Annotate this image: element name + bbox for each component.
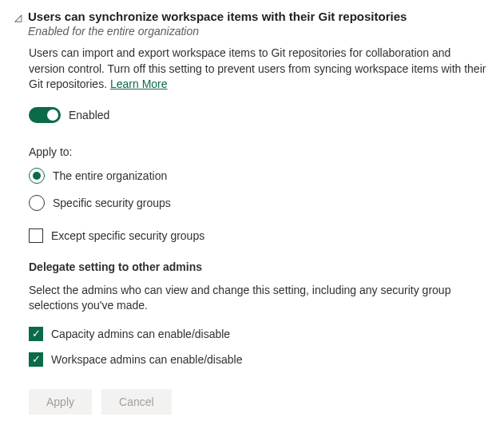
capacity-admins-checkbox-row[interactable]: ✓ Capacity admins can enable/disable bbox=[29, 327, 490, 341]
radio-icon bbox=[29, 195, 45, 211]
except-groups-checkbox-row[interactable]: Except specific security groups bbox=[29, 228, 490, 243]
enable-toggle[interactable] bbox=[29, 107, 61, 123]
radio-label: Specific security groups bbox=[53, 197, 171, 209]
radio-specific-groups[interactable]: Specific security groups bbox=[29, 195, 490, 211]
enable-toggle-row: Enabled bbox=[29, 107, 490, 123]
toggle-knob bbox=[47, 109, 58, 121]
title-block: Users can synchronize workspace items wi… bbox=[28, 10, 490, 38]
checkbox-label: Workspace admins can enable/disable bbox=[51, 353, 242, 366]
delegate-heading: Delegate setting to other admins bbox=[29, 260, 490, 273]
toggle-label: Enabled bbox=[69, 109, 109, 121]
workspace-admins-checkbox-row[interactable]: ✓ Workspace admins can enable/disable bbox=[29, 352, 490, 367]
apply-to-label: Apply to: bbox=[29, 145, 490, 158]
radio-label: The entire organization bbox=[53, 169, 167, 182]
checkmark-icon: ✓ bbox=[32, 328, 41, 339]
setting-title: Users can synchronize workspace items wi… bbox=[28, 10, 490, 23]
checkmark-icon: ✓ bbox=[32, 354, 41, 364]
checkbox-label: Except specific security groups bbox=[51, 229, 204, 242]
apply-button[interactable]: Apply bbox=[29, 389, 92, 415]
collapse-icon[interactable]: ◿ bbox=[14, 12, 22, 23]
checkbox-icon bbox=[29, 228, 43, 243]
cancel-button[interactable]: Cancel bbox=[101, 389, 172, 415]
delegate-description: Select the admins who can view and chang… bbox=[29, 283, 490, 314]
checkbox-icon: ✓ bbox=[29, 352, 43, 367]
setting-subtitle: Enabled for the entire organization bbox=[28, 25, 490, 38]
radio-inner-icon bbox=[33, 172, 41, 180]
radio-icon bbox=[29, 168, 45, 184]
radio-entire-org[interactable]: The entire organization bbox=[29, 168, 490, 184]
description-text: Users can import and export workspace it… bbox=[29, 46, 486, 90]
learn-more-link[interactable]: Learn More bbox=[110, 77, 168, 90]
checkbox-label: Capacity admins can enable/disable bbox=[51, 328, 230, 340]
setting-description: Users can import and export workspace it… bbox=[29, 46, 490, 93]
checkbox-icon: ✓ bbox=[29, 327, 43, 341]
setting-header: ◿ Users can synchronize workspace items … bbox=[14, 10, 490, 38]
button-row: Apply Cancel bbox=[29, 389, 490, 415]
